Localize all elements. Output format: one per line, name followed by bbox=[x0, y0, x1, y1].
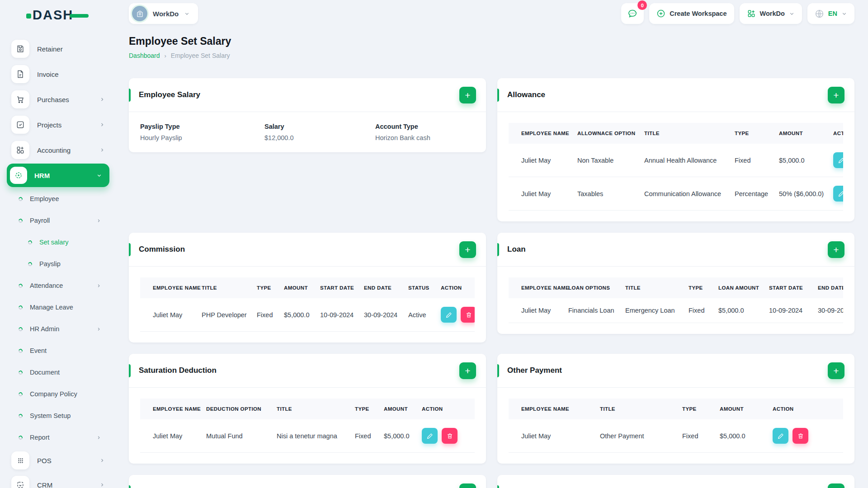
sidebar-item-employee[interactable]: Employee bbox=[0, 188, 117, 210]
retainer-save-icon bbox=[11, 40, 29, 58]
cell-option: Non Taxable bbox=[572, 144, 639, 177]
cards-grid: Employee Salary + Payslip Type Hourly Pa… bbox=[129, 78, 854, 488]
card-title: Allowance bbox=[507, 90, 545, 99]
cell-employee: Juliet May bbox=[140, 298, 196, 332]
sidebar-item-system-setup[interactable]: System Setup bbox=[0, 405, 117, 427]
cell-employee: Juliet May bbox=[509, 298, 563, 323]
add-other-payment-button[interactable]: + bbox=[828, 362, 844, 379]
sidebar-item-label: Report bbox=[30, 434, 96, 441]
logo-dot-icon bbox=[26, 14, 31, 19]
overtime-card: Overtime + bbox=[129, 475, 486, 488]
add-allowance-button[interactable]: + bbox=[828, 87, 844, 103]
messages-button[interactable]: 0 bbox=[621, 3, 644, 24]
card-title: Saturation Deduction bbox=[139, 366, 217, 375]
edit-button[interactable] bbox=[441, 307, 457, 323]
create-workspace-label: Create Workspace bbox=[670, 10, 726, 17]
column-header: Title bbox=[271, 399, 349, 419]
table-row: Juliet May Other Payment Fixed $5,000.0 bbox=[509, 419, 843, 453]
workspace-menu-button[interactable]: WorkDo bbox=[740, 3, 802, 24]
delete-button[interactable] bbox=[442, 428, 458, 444]
cell-type: Fixed bbox=[683, 298, 713, 323]
sidebar-item-invoice[interactable]: Invoice bbox=[0, 61, 117, 87]
column-header: Amount bbox=[378, 399, 416, 419]
column-header: Amount bbox=[278, 277, 315, 298]
app-logo[interactable]: DASH bbox=[26, 7, 89, 23]
column-header: Title bbox=[594, 399, 677, 419]
language-menu-button[interactable]: EN bbox=[807, 3, 854, 24]
create-workspace-button[interactable]: Create Workspace bbox=[649, 3, 734, 24]
sidebar-item-label: Attendance bbox=[30, 282, 96, 289]
sidebar-item-payslip[interactable]: Payslip bbox=[0, 253, 117, 275]
sidebar-item-hrm[interactable]: HRM bbox=[7, 164, 109, 187]
sidebar-item-retainer[interactable]: Retainer bbox=[0, 36, 117, 61]
cell-amount: $5,000.0 bbox=[278, 298, 315, 332]
loan-table: Employee Name Loan Options Title Type Lo… bbox=[509, 277, 843, 323]
sidebar-item-label: Employee bbox=[30, 195, 101, 202]
chevron-right-icon bbox=[96, 327, 101, 332]
cell-title: Nisi a tenetur magna bbox=[271, 419, 349, 453]
pos-dots-grid-icon bbox=[11, 451, 29, 469]
breadcrumb-separator-icon: › bbox=[165, 52, 166, 59]
table-row: Juliet May Non Taxable Annual Health All… bbox=[509, 144, 843, 177]
add-employee-salary-button[interactable]: + bbox=[459, 87, 476, 103]
sidebar-item-event[interactable]: Event bbox=[0, 340, 117, 361]
sidebar-item-label: Set salary bbox=[39, 239, 101, 246]
column-header: Employee Name bbox=[509, 277, 563, 298]
add-commission-button[interactable]: + bbox=[459, 241, 476, 258]
workspace-selector[interactable]: WorkDo bbox=[129, 3, 198, 24]
sidebar-item-attendance[interactable]: Attendance bbox=[0, 275, 117, 296]
sidebar-item-manage-leave[interactable]: Manage Leave bbox=[0, 296, 117, 318]
card-body: Employee Name Deduction Option Title Typ… bbox=[129, 388, 486, 464]
card-body: Payslip Type Hourly Payslip Salary $12,0… bbox=[129, 112, 486, 152]
sidebar-item-accounting[interactable]: Accounting bbox=[0, 137, 117, 163]
sidebar-item-hr-admin[interactable]: HR Admin bbox=[0, 318, 117, 340]
sidebar-item-payroll[interactable]: Payroll bbox=[0, 210, 117, 231]
sidebar-item-label: Company Policy bbox=[30, 390, 101, 398]
column-header: End Date bbox=[359, 277, 403, 298]
column-header: Loan Amount bbox=[713, 277, 764, 298]
sidebar-item-set-salary[interactable]: Set salary bbox=[0, 231, 117, 253]
sidebar-item-purchases[interactable]: Purchases bbox=[0, 87, 117, 112]
delete-button[interactable] bbox=[793, 428, 808, 444]
bullet-icon bbox=[27, 239, 33, 245]
cell-option: Financials Loan bbox=[563, 298, 620, 323]
field-label: Account Type bbox=[375, 123, 430, 130]
sidebar-item-company-policy[interactable]: Company Policy bbox=[0, 383, 117, 405]
column-header: Type bbox=[729, 123, 774, 144]
column-header: Amount bbox=[714, 399, 767, 419]
other-payment-table: Employee Name Title Type Amount Action J… bbox=[509, 399, 843, 453]
edit-button[interactable] bbox=[773, 428, 788, 444]
bullet-icon bbox=[18, 370, 23, 375]
cell-type: Fixed bbox=[677, 419, 714, 453]
add-company-contribution-button[interactable]: + bbox=[828, 483, 844, 488]
card-header: Company Contribution + bbox=[497, 475, 854, 488]
bullet-icon bbox=[18, 218, 23, 223]
payslip-type-field: Payslip Type Hourly Payslip bbox=[140, 123, 264, 141]
main-content: Employee Set Salary Dashboard › Employee… bbox=[129, 35, 854, 488]
chevron-right-icon bbox=[96, 283, 101, 288]
bullet-icon bbox=[18, 413, 23, 418]
card-body: Employee Name Title Type Amount Action J… bbox=[497, 388, 854, 464]
card-header: Saturation Deduction + bbox=[129, 354, 486, 388]
sidebar-item-document[interactable]: Document bbox=[0, 361, 117, 383]
add-saturation-deduction-button[interactable]: + bbox=[459, 362, 476, 379]
edit-button[interactable] bbox=[422, 428, 438, 444]
add-loan-button[interactable]: + bbox=[828, 241, 844, 258]
cell-employee: Juliet May bbox=[509, 177, 572, 211]
edit-button[interactable] bbox=[833, 186, 843, 202]
sidebar: Retainer Invoice Purchases bbox=[0, 36, 117, 488]
column-header: Deduction Option bbox=[201, 399, 271, 419]
breadcrumb-dashboard-link[interactable]: Dashboard bbox=[129, 52, 160, 59]
delete-button[interactable] bbox=[461, 307, 475, 323]
sidebar-item-crm[interactable]: CRM bbox=[0, 473, 117, 488]
edit-button[interactable] bbox=[833, 152, 843, 168]
card-body: Employee Name Allownace Option Title Typ… bbox=[497, 112, 854, 221]
sidebar-item-projects[interactable]: Projects bbox=[0, 112, 117, 137]
sidebar-item-pos[interactable]: POS bbox=[0, 448, 117, 473]
add-overtime-button[interactable]: + bbox=[459, 483, 476, 488]
cell-type: Fixed bbox=[349, 419, 378, 453]
workspace-avatar bbox=[132, 6, 147, 21]
cell-start-date: 10-09-2024 bbox=[315, 298, 359, 332]
sidebar-item-report[interactable]: Report bbox=[0, 427, 117, 448]
cell-title: Communication Allowance bbox=[639, 177, 729, 211]
